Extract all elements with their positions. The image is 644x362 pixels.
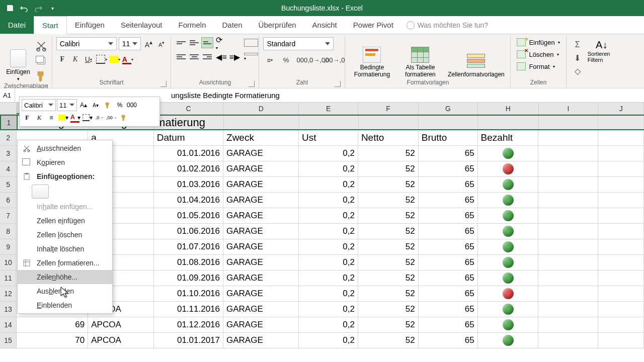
- comma-button[interactable]: 000: [295, 54, 308, 65]
- cell[interactable]: 69: [17, 317, 88, 332]
- dialog-launcher-icon[interactable]: [160, 81, 167, 87]
- save-icon[interactable]: [4, 2, 16, 14]
- formula-text[interactable]: ungsliste Bedingte Formatierung: [169, 91, 282, 100]
- cell[interactable]: 0,2: [299, 146, 358, 161]
- cell[interactable]: [538, 208, 598, 223]
- percent-button[interactable]: %: [279, 54, 292, 65]
- cell[interactable]: APCOA: [88, 317, 154, 332]
- row-header[interactable]: 15: [0, 333, 17, 348]
- cell[interactable]: GARAGE: [223, 317, 299, 332]
- number-format-select[interactable]: Standard: [263, 37, 334, 50]
- cm-delete-cells[interactable]: Zellen löschen: [18, 228, 112, 242]
- cell[interactable]: 52: [358, 270, 419, 286]
- align-top-button[interactable]: [175, 37, 187, 48]
- decrease-indent-button[interactable]: ◀≡: [214, 51, 226, 62]
- tab-powerpivot[interactable]: Power Pivot: [345, 16, 401, 34]
- cell[interactable]: [478, 177, 539, 192]
- cell[interactable]: 52: [358, 177, 419, 192]
- tell-me-search[interactable]: Was möchten Sie tun?: [407, 16, 488, 34]
- cell[interactable]: [419, 116, 478, 129]
- cell[interactable]: 0,2: [299, 270, 358, 286]
- cell[interactable]: Datum: [154, 130, 223, 145]
- cell[interactable]: [538, 239, 598, 254]
- row-header[interactable]: 13: [0, 302, 17, 317]
- cell[interactable]: GARAGE: [223, 224, 299, 239]
- cm-unhide[interactable]: Einblenden: [18, 298, 112, 312]
- cell[interactable]: 65: [419, 146, 478, 161]
- cell[interactable]: [478, 224, 539, 239]
- cell[interactable]: [598, 208, 644, 223]
- mini-fill-color[interactable]: ▾: [58, 112, 69, 123]
- cell[interactable]: 65: [419, 161, 478, 176]
- cell[interactable]: Ust: [299, 130, 358, 145]
- cell[interactable]: [598, 224, 644, 239]
- cell[interactable]: [598, 239, 644, 254]
- mini-font-name[interactable]: Calibri: [22, 99, 56, 111]
- align-left-button[interactable]: [175, 51, 187, 62]
- mini-font-size[interactable]: 11: [57, 99, 77, 111]
- cell[interactable]: [598, 317, 644, 332]
- format-painter-button[interactable]: [35, 70, 47, 81]
- col-header-H[interactable]: H: [478, 103, 539, 114]
- fill-color-button[interactable]: ▾: [109, 53, 121, 65]
- cell[interactable]: 0,2: [299, 317, 358, 332]
- cell[interactable]: GARAGE: [223, 208, 299, 223]
- cell[interactable]: [299, 116, 359, 129]
- cell[interactable]: [478, 208, 539, 223]
- border-button[interactable]: ▾: [96, 53, 108, 65]
- orientation-button[interactable]: ⟳▾: [214, 37, 226, 48]
- cell[interactable]: 65: [419, 270, 478, 286]
- cell[interactable]: 0,2: [299, 239, 358, 254]
- cell[interactable]: GARAGE: [223, 239, 299, 254]
- row-header[interactable]: 9: [0, 239, 17, 254]
- cm-cut[interactable]: Ausschneiden: [18, 141, 112, 155]
- name-box[interactable]: A1: [0, 88, 15, 102]
- mini-format-painter-2[interactable]: [118, 112, 129, 123]
- col-header-I[interactable]: I: [539, 103, 599, 114]
- cell[interactable]: [598, 130, 644, 145]
- cell[interactable]: APCOA: [88, 333, 154, 348]
- clear-button[interactable]: ◇: [571, 65, 585, 76]
- cell[interactable]: GARAGE: [223, 333, 299, 348]
- cell[interactable]: 01.06.2016: [154, 224, 223, 239]
- redo-icon[interactable]: [32, 2, 44, 14]
- col-header-J[interactable]: J: [598, 103, 644, 114]
- cell[interactable]: 52: [358, 317, 419, 332]
- cell[interactable]: [478, 239, 539, 254]
- sort-filter-button[interactable]: A↓Sortieren Filtern: [588, 37, 616, 88]
- cell[interactable]: 01.11.2016: [154, 302, 223, 317]
- cell[interactable]: [478, 193, 539, 208]
- row-header[interactable]: 6: [0, 193, 17, 208]
- cell[interactable]: [478, 286, 539, 301]
- cell[interactable]: [598, 146, 644, 161]
- cell[interactable]: 65: [419, 208, 478, 223]
- cell[interactable]: 52: [358, 224, 419, 239]
- cell[interactable]: 52: [358, 161, 419, 176]
- cell[interactable]: 01.04.2016: [154, 193, 223, 208]
- row-header[interactable]: 7: [0, 208, 17, 223]
- cell[interactable]: 65: [419, 224, 478, 239]
- cell[interactable]: 52: [358, 255, 419, 270]
- row-header[interactable]: 14: [0, 317, 17, 332]
- format-as-table-button[interactable]: Als Tabelle formatieren: [397, 37, 443, 78]
- cell[interactable]: [359, 116, 419, 129]
- cm-clear-contents[interactable]: Inhalte löschen: [18, 242, 112, 256]
- cell[interactable]: [598, 161, 644, 176]
- cell[interactable]: 65: [419, 239, 478, 254]
- cell[interactable]: 0,2: [299, 193, 358, 208]
- cell[interactable]: 01.01.2016: [154, 146, 223, 161]
- cell[interactable]: [538, 193, 598, 208]
- cell[interactable]: GARAGE: [223, 177, 299, 192]
- table-row[interactable]: 15 70 APCOA 01.01.2017 GARAGE 0,2 52 65: [0, 333, 644, 348]
- cell[interactable]: 01.08.2016: [154, 255, 223, 270]
- cell[interactable]: 01.01.2017: [154, 333, 223, 348]
- mini-border[interactable]: ▾: [82, 112, 93, 123]
- increase-indent-button[interactable]: ≡▶: [227, 51, 239, 62]
- cell[interactable]: 65: [419, 255, 478, 270]
- table-row[interactable]: 14 69 APCOA 01.12.2016 GARAGE 0,2 52 65: [0, 317, 644, 333]
- cell[interactable]: 52: [358, 146, 419, 161]
- cell[interactable]: 65: [419, 286, 478, 301]
- cell[interactable]: 52: [358, 333, 419, 348]
- cell[interactable]: GARAGE: [223, 270, 299, 286]
- cell[interactable]: GARAGE: [223, 161, 299, 176]
